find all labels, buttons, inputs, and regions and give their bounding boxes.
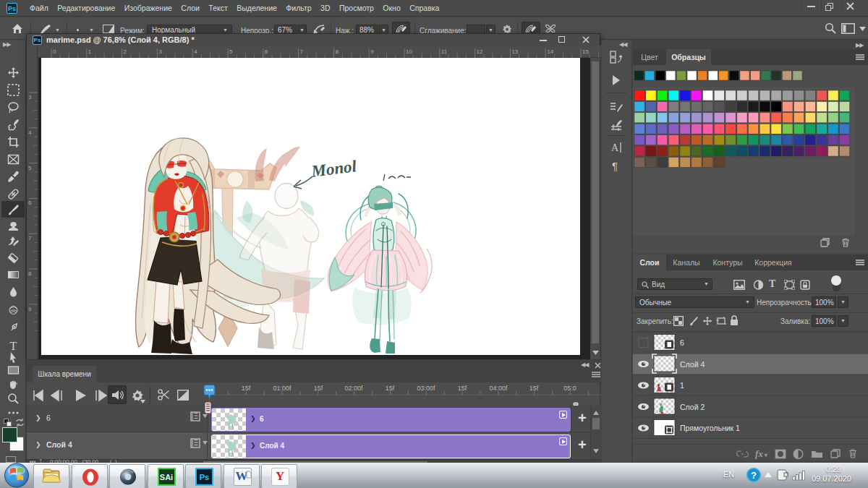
svg-text:8: 8	[335, 48, 339, 55]
svg-text:15f: 15f	[529, 385, 539, 392]
svg-text:4: 4	[194, 48, 197, 55]
svg-text:15: 15	[582, 48, 589, 55]
svg-text:02:00f: 02:00f	[344, 385, 363, 392]
svg-text:1: 1	[88, 48, 92, 55]
svg-text:¶: ¶	[612, 160, 618, 172]
svg-text:9: 9	[28, 306, 32, 312]
svg-text:9: 9	[370, 48, 374, 55]
svg-text:13: 13	[511, 48, 518, 55]
svg-text:5: 5	[28, 165, 32, 171]
svg-text:14: 14	[547, 48, 553, 55]
svg-text:7: 7	[28, 235, 32, 241]
svg-text:4: 4	[28, 129, 32, 136]
svg-text:01:00f: 01:00f	[273, 385, 292, 392]
svg-text:Слой 4: Слой 4	[680, 360, 705, 369]
svg-text:6: 6	[265, 48, 268, 55]
svg-text:5: 5	[229, 48, 233, 55]
svg-text:15f: 15f	[458, 385, 467, 392]
svg-text:6: 6	[680, 338, 684, 347]
svg-text:10: 10	[406, 48, 412, 55]
svg-text:04:00f: 04:00f	[489, 385, 508, 392]
svg-text:05:0: 05:0	[563, 385, 576, 392]
svg-text:8: 8	[28, 270, 32, 277]
svg-text:11: 11	[441, 48, 448, 55]
svg-text:7: 7	[300, 48, 304, 55]
svg-text:1: 1	[680, 381, 684, 390]
svg-text:Прямоугольник 1: Прямоугольник 1	[680, 424, 740, 432]
svg-text:3: 3	[28, 94, 32, 100]
svg-text:03:00f: 03:00f	[417, 385, 435, 392]
svg-text:15f: 15f	[386, 385, 395, 392]
svg-text:12: 12	[477, 48, 483, 55]
svg-text:15f: 15f	[242, 385, 251, 392]
svg-text:Monol: Monol	[310, 157, 358, 181]
svg-text:T: T	[10, 340, 17, 352]
svg-text:A: A	[611, 142, 619, 153]
svg-text:Слой 2: Слой 2	[680, 403, 705, 411]
svg-text:2: 2	[124, 48, 127, 55]
svg-text:0: 0	[53, 48, 56, 55]
svg-text:?: ?	[751, 470, 757, 481]
svg-text:6: 6	[28, 200, 32, 206]
svg-text:3: 3	[158, 48, 162, 55]
svg-text:15f: 15f	[314, 385, 323, 392]
